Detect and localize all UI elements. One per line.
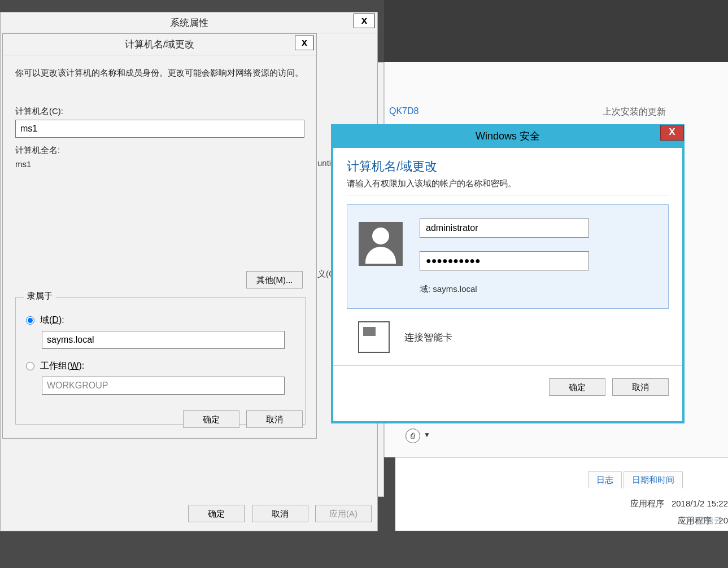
computer-id-link[interactable]: QK7D8 [389, 106, 419, 116]
log-source: 应用程序 [630, 499, 664, 508]
security-buttons: 确定 取消 [333, 365, 682, 403]
security-heading: 计算机名/域更改 [347, 158, 669, 175]
name-change-title: 计算机名/域更改 [125, 39, 195, 50]
computer-name-label: 计算机名(C): [15, 106, 304, 117]
security-prompt: 请输入有权限加入该域的帐户的名称和密码。 [347, 178, 669, 189]
member-of-legend: 隶属于 [24, 291, 56, 302]
watermark: 亿速云 [682, 515, 722, 526]
column-datetime[interactable]: 日期和时间 [624, 471, 683, 488]
security-titlebar[interactable]: Windows 安全 X [333, 126, 682, 148]
divider [347, 195, 669, 195]
workgroup-radio-label[interactable]: 工作组(W): [40, 360, 84, 372]
system-properties-titlebar[interactable]: 系统属性 x [1, 12, 377, 33]
windows-security-dialog: Windows 安全 X 计算机名/域更改 请输入有权限加入该域的帐户的名称和密… [331, 124, 685, 423]
smartcard-icon [358, 321, 390, 353]
cancel-button[interactable]: 取消 [612, 378, 669, 396]
close-button[interactable]: x [295, 36, 314, 50]
log-date: 2018/1/2 15:22 [672, 499, 728, 508]
close-button[interactable]: x [354, 14, 375, 28]
name-change-buttons: 确定 取消 [3, 410, 316, 428]
domain-radio[interactable] [26, 316, 34, 325]
cancel-button[interactable]: 取消 [252, 505, 308, 522]
ok-button[interactable]: 确定 [549, 378, 605, 396]
credential-box: 域: sayms.local [347, 204, 669, 309]
save-icon[interactable]: ⎙ [406, 429, 420, 443]
domain-radio-label[interactable]: 域(D): [40, 314, 64, 326]
description-text: 你可以更改该计算机的名称和成员身份。更改可能会影响对网络资源的访问。 [15, 65, 304, 80]
partial-text-unti: unti [317, 158, 331, 168]
watermark-text: 亿速云 [697, 515, 722, 526]
system-properties-title: 系统属性 [170, 18, 208, 28]
computer-name-input[interactable] [15, 120, 304, 138]
ok-button[interactable]: 确定 [183, 410, 239, 428]
last-update-label: 上次安装的更新 [603, 106, 666, 118]
smartcard-option[interactable]: 连接智能卡 [347, 319, 669, 355]
member-of-group: 隶属于 域(D): 工作组(W): [15, 297, 306, 425]
workgroup-radio[interactable] [26, 362, 34, 370]
apply-button: 应用(A) [315, 505, 372, 522]
column-log[interactable]: 日志 [588, 471, 622, 488]
full-name-value: ms1 [15, 159, 304, 169]
full-name-label: 计算机全名: [15, 145, 304, 156]
smartcard-label: 连接智能卡 [404, 331, 452, 344]
name-change-titlebar[interactable]: 计算机名/域更改 x [3, 34, 316, 55]
workgroup-input [42, 377, 285, 395]
ok-button[interactable]: 确定 [188, 505, 245, 522]
events-panel: ⎙ ▼ 日志 日期和时间 应用程序 2018/1/2 15:22 应用程序 20… [395, 457, 728, 531]
security-title: Windows 安全 [476, 130, 540, 142]
domain-input[interactable] [42, 331, 285, 349]
system-properties-buttons: 确定 取消 应用(A) [1, 505, 377, 522]
other-button[interactable]: 其他(M)... [246, 271, 303, 289]
cancel-button[interactable]: 取消 [246, 410, 303, 428]
window-chrome-dark [384, 0, 728, 62]
user-avatar-icon [359, 222, 403, 266]
password-input[interactable] [420, 251, 589, 270]
username-input[interactable] [420, 219, 589, 238]
cloud-icon [682, 517, 694, 525]
dropdown-icon[interactable]: ▼ [424, 431, 430, 439]
log-row-1[interactable]: 应用程序 2018/1/2 15:22 [630, 499, 728, 509]
domain-text: 域: sayms.local [420, 284, 657, 295]
computer-name-change-dialog: 计算机名/域更改 x 你可以更改该计算机的名称和成员身份。更改可能会影响对网络资… [2, 33, 317, 439]
close-button[interactable]: X [660, 125, 684, 141]
